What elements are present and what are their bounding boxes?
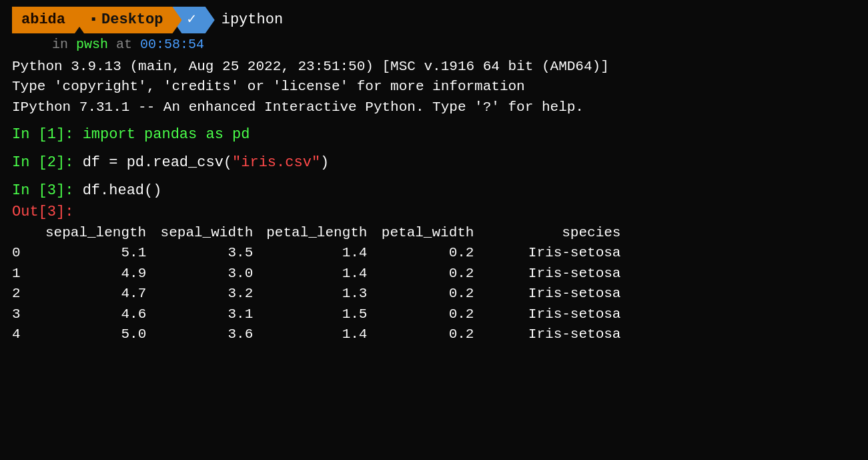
row-3-species: Iris-setosa	[480, 304, 627, 324]
tab-bar: abida ▪Desktop ✓ ipython	[12, 7, 856, 33]
cell-2-in: In [	[12, 152, 47, 174]
cell-3-input: In [3]: df.head()	[12, 180, 856, 202]
subtitle-at: at	[108, 37, 140, 52]
table-row: 0 5.1 3.5 1.4 0.2 Iris-setosa	[12, 243, 627, 263]
tab-abida-label: abida	[21, 9, 65, 31]
cell-2-num: 2	[47, 152, 56, 174]
row-2-species: Iris-setosa	[480, 284, 627, 304]
subtitle-line: in pwsh at 00:58:54	[52, 35, 856, 54]
row-2-sepal-width: 3.2	[153, 284, 260, 304]
python-license-line: Type 'copyright', 'credits' or 'license'…	[12, 77, 856, 97]
row-index-2: 2	[12, 284, 39, 304]
row-0-petal-length: 1.4	[260, 243, 374, 263]
row-0-sepal-width: 3.5	[153, 243, 260, 263]
cell-1: In [1]: import pandas as pd	[12, 124, 856, 146]
row-index-3: 3	[12, 304, 39, 324]
shell-name: pwsh	[76, 37, 108, 52]
cell-3: In [3]: df.head() Out[3]: sepal_length s…	[12, 180, 856, 344]
row-index-4: 4	[12, 324, 39, 344]
row-4-petal-length: 1.4	[260, 324, 374, 344]
row-4-petal-width: 0.2	[374, 324, 480, 344]
df-col-sepal-width: sepal_width	[153, 223, 260, 243]
df-col-petal-width: petal_width	[374, 223, 480, 243]
row-4-sepal-length: 5.0	[39, 324, 153, 344]
cell-1-in: In [	[12, 124, 47, 146]
out-label: Out[3]:	[12, 202, 73, 223]
row-0-species: Iris-setosa	[480, 243, 627, 263]
row-4-sepal-width: 3.6	[153, 324, 260, 344]
table-row: 4 5.0 3.6 1.4 0.2 Iris-setosa	[12, 324, 627, 344]
cell-2-input: In [2]: df = pd.read_csv("iris.csv")	[12, 152, 856, 174]
row-1-petal-length: 1.4	[260, 264, 374, 284]
table-row: 1 4.9 3.0 1.4 0.2 Iris-setosa	[12, 264, 627, 284]
cell-3-output-label: Out[3]:	[12, 202, 856, 223]
cell-1-num: 1	[47, 124, 56, 146]
python-version-line: Python 3.9.13 (main, Aug 25 2022, 23:51:…	[12, 57, 856, 77]
df-col-petal-length: petal_length	[260, 223, 374, 243]
check-icon: ✓	[187, 9, 195, 31]
cell-1-code: import pandas as pd	[83, 124, 250, 146]
row-0-petal-width: 0.2	[374, 243, 480, 263]
cell-2-bracket: ]:	[56, 152, 83, 174]
row-3-petal-length: 1.5	[260, 304, 374, 324]
row-2-sepal-length: 4.7	[39, 284, 153, 304]
tab-desktop[interactable]: ▪Desktop	[75, 7, 181, 33]
df-col-species: species	[480, 223, 627, 243]
cell-3-in: In [	[12, 180, 47, 202]
row-index-1: 1	[12, 264, 39, 284]
cell-1-input: In [1]: import pandas as pd	[12, 124, 856, 146]
cell-3-bracket: ]:	[56, 180, 83, 202]
row-4-species: Iris-setosa	[480, 324, 627, 344]
df-col-sepal-length: sepal_length	[39, 223, 153, 243]
table-row: 2 4.7 3.2 1.3 0.2 Iris-setosa	[12, 284, 627, 304]
row-1-petal-width: 0.2	[374, 264, 480, 284]
cell-1-bracket: ]:	[56, 124, 83, 146]
row-3-sepal-length: 4.6	[39, 304, 153, 324]
cell-2-code-suffix: )	[320, 152, 329, 174]
cell-2-code-string: "iris.csv"	[232, 152, 320, 174]
row-2-petal-width: 0.2	[374, 284, 480, 304]
table-row: 3 4.6 3.1 1.5 0.2 Iris-setosa	[12, 304, 627, 324]
row-0-sepal-length: 5.1	[39, 243, 153, 263]
python-info: Python 3.9.13 (main, Aug 25 2022, 23:51:…	[12, 57, 856, 118]
df-body: 0 5.1 3.5 1.4 0.2 Iris-setosa 1 4.9 3.0 …	[12, 243, 627, 344]
row-1-sepal-width: 3.0	[153, 264, 260, 284]
tab-desktop-label: Desktop	[101, 9, 163, 31]
tab-abida[interactable]: abida	[12, 7, 84, 33]
row-3-sepal-width: 3.1	[153, 304, 260, 324]
cell-2: In [2]: df = pd.read_csv("iris.csv")	[12, 152, 856, 174]
row-1-species: Iris-setosa	[480, 264, 627, 284]
terminal: abida ▪Desktop ✓ ipython in pwsh at 00:5…	[0, 0, 868, 460]
subtitle-prefix: in	[52, 37, 76, 52]
cell-2-code-prefix: df = pd.read_csv(	[83, 152, 232, 174]
row-index-0: 0	[12, 243, 39, 263]
row-2-petal-length: 1.3	[260, 284, 374, 304]
df-col-index	[12, 223, 39, 243]
desktop-icon: ▪	[89, 10, 97, 29]
tab-title: ipython	[222, 9, 283, 31]
dataframe-output: sepal_length sepal_width petal_length pe…	[12, 223, 627, 345]
cell-3-num: 3	[47, 180, 56, 202]
row-1-sepal-length: 4.9	[39, 264, 153, 284]
time-display: 00:58:54	[140, 37, 204, 52]
df-header-row: sepal_length sepal_width petal_length pe…	[12, 223, 627, 243]
row-3-petal-width: 0.2	[374, 304, 480, 324]
cell-3-code: df.head()	[83, 180, 162, 202]
ipython-version-line: IPython 7.31.1 -- An enhanced Interactiv…	[12, 97, 856, 118]
